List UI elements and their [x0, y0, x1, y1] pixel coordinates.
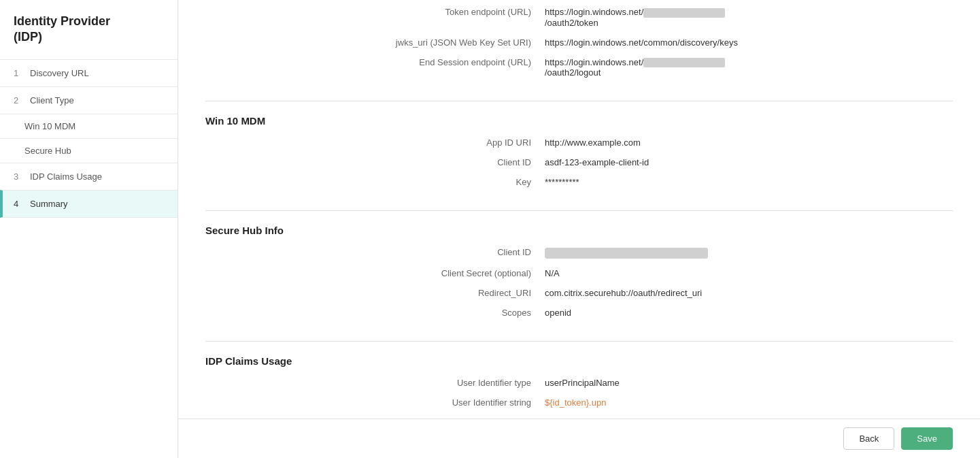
sidebar-item-label: Discovery URL: [30, 68, 89, 78]
sidebar-item-win10-mdm[interactable]: Win 10 MDM: [0, 114, 178, 138]
token-section: Token endpoint (URL) https://login.windo…: [205, 0, 953, 101]
win10-key-value: **********: [545, 177, 953, 187]
sh-client-secret-row: Client Secret (optional) N/A: [205, 268, 953, 278]
step-number: 1: [14, 68, 24, 78]
end-session-value: https://login.windows.net/ /oauth2/logou…: [545, 57, 953, 78]
sh-redirect-uri-value: com.citrix.securehub://oauth/redirect_ur…: [545, 288, 953, 298]
step-number: 4: [14, 199, 24, 209]
win10-key-row: Key **********: [205, 177, 953, 187]
sh-client-secret-label: Client Secret (optional): [354, 268, 531, 278]
end-session-label: End Session endpoint (URL): [354, 57, 531, 67]
back-button[interactable]: Back: [843, 427, 894, 450]
sh-scopes-label: Scopes: [354, 308, 531, 318]
sidebar: Identity Provider (IDP) 1 Discovery URL …: [0, 0, 178, 458]
user-identifier-type-value: userPrincipalName: [545, 378, 953, 388]
step-number: 2: [14, 95, 24, 105]
sidebar-item-label: Client Type: [30, 95, 74, 105]
sidebar-item-label: IDP Claims Usage: [30, 171, 102, 182]
sidebar-item-label: Summary: [30, 199, 68, 209]
jwks-uri-value: https://login.windows.net/common/discove…: [545, 37, 953, 48]
win10-mdm-title: Win 10 MDM: [205, 115, 953, 127]
app-id-uri-label: App ID URI: [354, 137, 531, 148]
sidebar-item-client-type[interactable]: 2 Client Type: [0, 86, 178, 114]
sidebar-item-summary[interactable]: 4 Summary: [0, 190, 178, 218]
app-id-uri-row: App ID URI http://www.example.com: [205, 137, 953, 148]
sh-client-id-label: Client ID: [354, 247, 531, 257]
token-endpoint-value: https://login.windows.net/ /oauth2/token: [545, 7, 953, 28]
sidebar-item-label: Secure Hub: [24, 146, 71, 156]
jwks-uri-label: jwks_uri (JSON Web Key Set URI): [354, 37, 531, 48]
idp-claims-section: IDP Claims Usage User Identifier type us…: [205, 342, 953, 431]
sh-client-id-value: [545, 247, 953, 259]
user-identifier-type-row: User Identifier type userPrincipalName: [205, 378, 953, 388]
win10-key-label: Key: [354, 177, 531, 187]
sh-redirect-uri-row: Redirect_URI com.citrix.securehub://oaut…: [205, 288, 953, 298]
sidebar-item-secure-hub[interactable]: Secure Hub: [0, 138, 178, 163]
token-endpoint-row: Token endpoint (URL) https://login.windo…: [205, 7, 953, 28]
sh-client-id-row: Client ID: [205, 247, 953, 259]
footer: Back Save: [178, 419, 980, 458]
user-identifier-string-value: ${id_token}.upn: [545, 397, 953, 408]
save-button[interactable]: Save: [901, 427, 953, 450]
step-number: 3: [14, 171, 24, 182]
user-identifier-type-label: User Identifier type: [354, 378, 531, 388]
win10-client-id-label: Client ID: [354, 157, 531, 167]
sh-scopes-value: openid: [545, 308, 953, 318]
token-endpoint-label: Token endpoint (URL): [354, 7, 531, 17]
win10-mdm-section: Win 10 MDM App ID URI http://www.example…: [205, 101, 953, 211]
user-identifier-string-row: User Identifier string ${id_token}.upn: [205, 397, 953, 408]
main-content: Token endpoint (URL) https://login.windo…: [178, 0, 980, 458]
secure-hub-title: Secure Hub Info: [205, 225, 953, 236]
sidebar-item-label: Win 10 MDM: [24, 121, 75, 131]
jwks-uri-row: jwks_uri (JSON Web Key Set URI) https://…: [205, 37, 953, 48]
end-session-row: End Session endpoint (URL) https://login…: [205, 57, 953, 78]
idp-claims-title: IDP Claims Usage: [205, 355, 953, 367]
sh-redirect-uri-label: Redirect_URI: [354, 288, 531, 298]
sh-scopes-row: Scopes openid: [205, 308, 953, 318]
win10-client-id-row: Client ID asdf-123-example-client-id: [205, 157, 953, 167]
sidebar-item-discovery-url[interactable]: 1 Discovery URL: [0, 59, 178, 86]
user-identifier-string-label: User Identifier string: [354, 397, 531, 408]
sh-client-secret-value: N/A: [545, 268, 953, 278]
win10-client-id-value: asdf-123-example-client-id: [545, 157, 953, 167]
sidebar-title: Identity Provider (IDP): [0, 14, 178, 59]
sidebar-item-idp-claims[interactable]: 3 IDP Claims Usage: [0, 163, 178, 190]
secure-hub-section: Secure Hub Info Client ID Client Secret …: [205, 211, 953, 342]
app-id-uri-value: http://www.example.com: [545, 137, 953, 148]
